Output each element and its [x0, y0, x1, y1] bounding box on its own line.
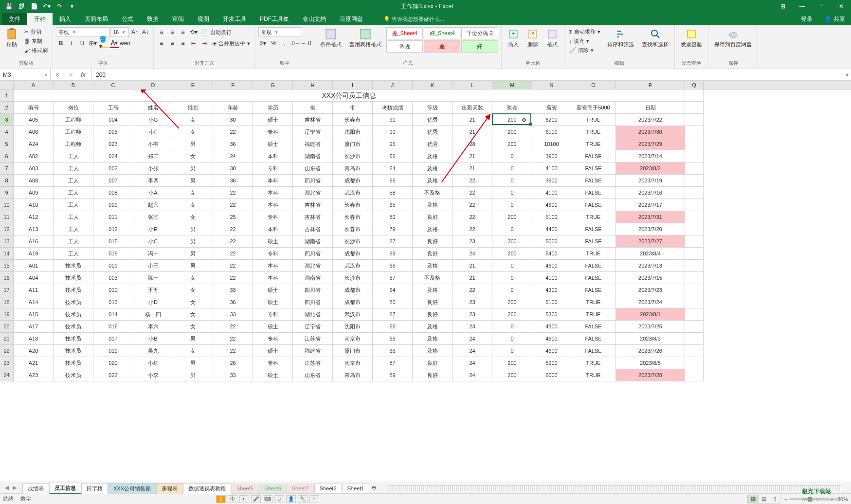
- data-cell[interactable]: 硕士: [253, 284, 293, 296]
- data-cell[interactable]: 技术员: [54, 321, 93, 333]
- header-cell[interactable]: 日期: [616, 102, 685, 114]
- data-cell[interactable]: 24: [453, 369, 492, 381]
- data-cell[interactable]: 58: [373, 187, 413, 199]
- data-cell[interactable]: 厦门市: [333, 345, 373, 357]
- border-button[interactable]: ⊞▾: [88, 38, 98, 48]
- data-cell[interactable]: 2023/8/1: [616, 308, 685, 321]
- sheet-tab-employees[interactable]: 员工信息: [49, 483, 81, 494]
- data-cell[interactable]: 本科: [253, 223, 293, 235]
- data-cell[interactable]: 28: [453, 138, 492, 150]
- tab-view[interactable]: 视图: [191, 13, 216, 25]
- header-cell[interactable]: 年龄: [213, 102, 253, 114]
- data-cell[interactable]: 23: [453, 321, 492, 333]
- data-cell[interactable]: A01: [14, 260, 54, 272]
- data-cell[interactable]: 不及格: [413, 272, 453, 284]
- data-cell[interactable]: 赵六: [133, 199, 173, 211]
- data-cell[interactable]: A13: [14, 223, 54, 235]
- format-cells-button[interactable]: 格式: [543, 27, 561, 49]
- column-header[interactable]: K: [413, 81, 453, 89]
- data-cell[interactable]: 本科: [253, 260, 293, 272]
- data-cell[interactable]: 020: [93, 357, 133, 369]
- data-cell[interactable]: 吴九: [133, 345, 173, 357]
- data-cell[interactable]: 66: [373, 333, 413, 345]
- data-cell[interactable]: 优秀: [413, 126, 453, 138]
- data-cell[interactable]: A19: [14, 248, 54, 260]
- data-cell[interactable]: 005: [93, 126, 133, 138]
- data-cell[interactable]: 女: [173, 308, 213, 321]
- qat-icon-1[interactable]: 🗐: [16, 0, 27, 12]
- data-cell[interactable]: 及格: [413, 321, 453, 333]
- data-cell[interactable]: 专科: [253, 211, 293, 223]
- data-cell[interactable]: 成都市: [333, 175, 373, 187]
- row-header[interactable]: 15: [0, 260, 14, 272]
- data-cell[interactable]: 辽宁省: [293, 126, 333, 138]
- data-cell[interactable]: 工程师: [54, 138, 93, 150]
- data-cell[interactable]: 小张: [133, 162, 173, 175]
- data-cell[interactable]: FALSE: [571, 260, 616, 272]
- data-cell[interactable]: 武汉市: [333, 187, 373, 199]
- data-cell[interactable]: 技术员: [54, 272, 93, 284]
- tab-file[interactable]: 文件: [2, 13, 27, 25]
- row-header[interactable]: 24: [0, 369, 14, 381]
- data-cell[interactable]: 66: [373, 150, 413, 162]
- data-cell[interactable]: 200: [492, 211, 532, 223]
- row-header[interactable]: 7: [0, 162, 14, 175]
- data-cell[interactable]: 湖南省: [293, 272, 333, 284]
- tab-data[interactable]: 数据: [140, 13, 165, 25]
- decrease-font-icon[interactable]: A↓: [141, 27, 150, 37]
- cancel-formula-icon[interactable]: ✕: [51, 69, 64, 80]
- tell-me-input[interactable]: 💡 告诉我您想要做什么...: [380, 14, 795, 25]
- data-cell[interactable]: 王五: [133, 284, 173, 296]
- data-cell[interactable]: FALSE: [571, 187, 616, 199]
- data-cell[interactable]: 64: [373, 284, 413, 296]
- data-cell[interactable]: A02: [14, 150, 54, 162]
- indent-inc-icon[interactable]: ⇥: [199, 38, 209, 48]
- data-cell[interactable]: 0: [492, 260, 532, 272]
- save-icon[interactable]: 💾: [3, 0, 15, 12]
- data-cell[interactable]: 优秀: [413, 138, 453, 150]
- tab-developer[interactable]: 开发工具: [216, 13, 253, 25]
- data-cell[interactable]: 0: [492, 162, 532, 175]
- data-cell[interactable]: 0: [492, 150, 532, 162]
- tab-baidu[interactable]: 百度网盘: [333, 13, 370, 25]
- data-cell[interactable]: 22: [213, 333, 253, 345]
- orientation-icon[interactable]: ⟲▾: [189, 27, 199, 37]
- find-select-button[interactable]: 查找和选择: [639, 27, 671, 49]
- data-cell[interactable]: 4100: [532, 187, 571, 199]
- data-cell[interactable]: 95: [373, 138, 413, 150]
- data-cell[interactable]: A21: [14, 357, 54, 369]
- data-cell[interactable]: 冯十: [133, 248, 173, 260]
- autosum-button[interactable]: Σ 自动求和 ▾: [567, 27, 603, 36]
- data-cell[interactable]: 22: [453, 223, 492, 235]
- align-top-icon[interactable]: ≡: [157, 27, 166, 37]
- data-cell[interactable]: 及格: [413, 260, 453, 272]
- qat-more-icon[interactable]: ▾: [66, 0, 78, 12]
- copy-button[interactable]: 🗐 复制: [22, 36, 50, 46]
- tab-page-layout[interactable]: 页面布局: [78, 13, 115, 25]
- data-cell[interactable]: 李六: [133, 321, 173, 333]
- data-cell[interactable]: 24: [453, 357, 492, 369]
- data-cell[interactable]: 2023/7/31: [616, 211, 685, 223]
- data-cell[interactable]: 技术员: [54, 333, 93, 345]
- data-cell[interactable]: 2023/7/30: [616, 126, 685, 138]
- data-cell[interactable]: 33: [213, 308, 253, 321]
- data-cell[interactable]: FALSE: [571, 345, 616, 357]
- header-cell[interactable]: 省: [293, 102, 333, 114]
- data-cell[interactable]: A09: [14, 187, 54, 199]
- data-cell[interactable]: 南京市: [333, 357, 373, 369]
- column-header[interactable]: I: [333, 81, 373, 89]
- data-cell[interactable]: 89: [373, 248, 413, 260]
- ime-lang-button[interactable]: 中: [228, 495, 237, 503]
- view-page-break-icon[interactable]: ▯: [769, 495, 780, 503]
- data-cell[interactable]: 2023/7/15: [616, 272, 685, 284]
- font-color-button[interactable]: A▾: [109, 38, 119, 48]
- sheet-tab-scores[interactable]: 成绩表: [22, 483, 49, 494]
- increase-font-icon[interactable]: A↑: [130, 27, 140, 37]
- data-cell[interactable]: 22: [453, 211, 492, 223]
- delete-cells-button[interactable]: ×删除: [524, 27, 542, 49]
- comma-icon[interactable]: ,: [280, 38, 290, 48]
- data-cell[interactable]: 女: [173, 150, 213, 162]
- header-cell[interactable]: 岗位: [54, 102, 93, 114]
- data-cell[interactable]: 21: [453, 126, 492, 138]
- header-cell[interactable]: 编号: [14, 102, 54, 114]
